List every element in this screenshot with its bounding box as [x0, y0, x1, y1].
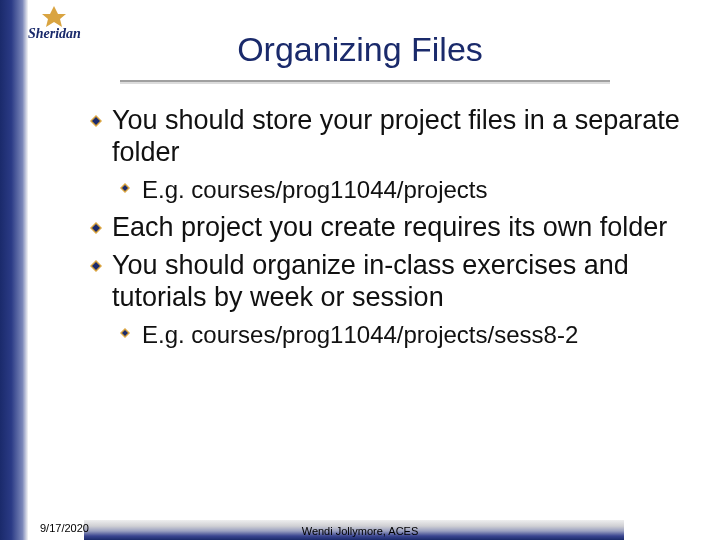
small-diamond-bullet-icon [120, 328, 130, 338]
footer-author: Wendi Jollymore, ACES [0, 525, 720, 537]
diamond-bullet-icon [90, 260, 102, 272]
diamond-bullet-icon [90, 115, 102, 127]
svg-marker-0 [42, 6, 66, 27]
slide-footer: 9/17/2020 Wendi Jollymore, ACES 11 [0, 514, 720, 540]
bullet-text: E.g. courses/prog11044/projects/sess8-2 [142, 321, 578, 348]
bullet-level-1: You should organize in-class exercises a… [90, 250, 690, 314]
bullet-level-1: Each project you create requires its own… [90, 212, 690, 244]
bullet-level-1: You should store your project files in a… [90, 105, 690, 169]
bullet-text: Each project you create requires its own… [112, 212, 667, 242]
bullet-text: You should organize in-class exercises a… [112, 250, 629, 312]
title-underline [120, 80, 610, 82]
bullet-text: E.g. courses/prog11044/projects [142, 176, 488, 203]
bullet-text: You should store your project files in a… [112, 105, 680, 167]
slide-content: You should store your project files in a… [90, 105, 690, 357]
bullet-level-2: E.g. courses/prog11044/projects [90, 175, 690, 204]
small-diamond-bullet-icon [120, 183, 130, 193]
sheridan-logo-icon [38, 4, 70, 28]
bullet-level-2: E.g. courses/prog11044/projects/sess8-2 [90, 320, 690, 349]
slide-title: Organizing Files [0, 30, 720, 69]
left-gradient-sidebar [0, 0, 28, 540]
footer-page-number: 11 [688, 520, 702, 535]
diamond-bullet-icon [90, 222, 102, 234]
